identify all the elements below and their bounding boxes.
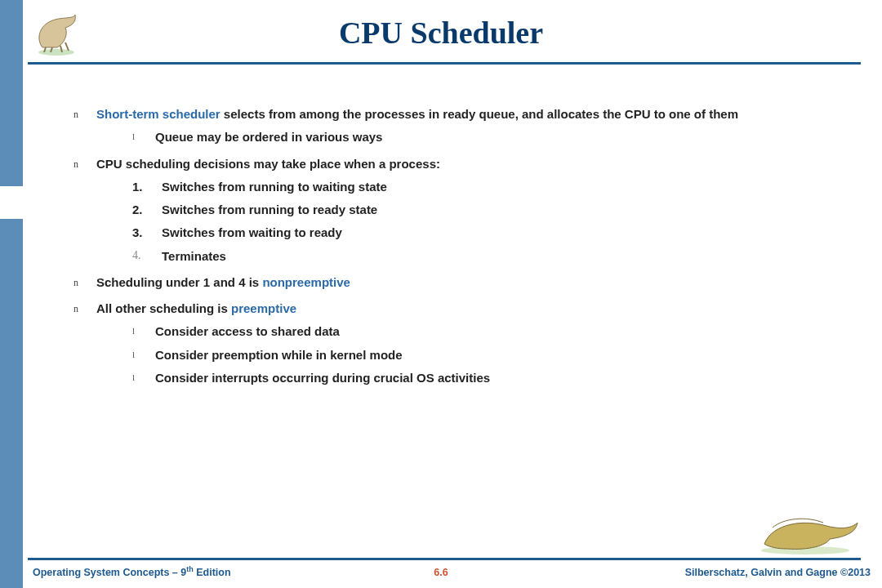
bullet-n-icon: n xyxy=(74,158,78,171)
bullet-text-rest: selects from among the processes in read… xyxy=(220,107,738,121)
bullet-l-icon: l xyxy=(132,325,135,337)
numbered-item: 2. Switches from running to ready state xyxy=(132,202,858,218)
sub-bullet-text: Consider interrupts occurring during cru… xyxy=(155,371,490,385)
numbered-text: Terminates xyxy=(162,249,226,263)
bullet-item: n All other scheduling is preemptive l C… xyxy=(74,301,858,386)
left-accent-bar xyxy=(0,0,23,588)
sub-bullet-item: l Consider interrupts occurring during c… xyxy=(132,370,858,386)
numbered-item: 1. Switches from running to waiting stat… xyxy=(132,179,858,195)
bullet-l-icon: l xyxy=(132,131,135,143)
keyword-nonpreemptive: nonpreemptive xyxy=(262,275,350,289)
bullet-n-icon: n xyxy=(74,276,78,289)
numbered-item: 3. Switches from waiting to ready xyxy=(132,225,858,241)
bullet-item: n Short-term scheduler selects from amon… xyxy=(74,106,858,146)
content-area: n Short-term scheduler selects from amon… xyxy=(74,106,858,396)
sub-bullet-text: Consider preemption while in kernel mode xyxy=(155,348,403,362)
bullet-text: Scheduling under 1 and 4 is nonpreemptiv… xyxy=(96,275,350,289)
bullet-l-icon: l xyxy=(132,349,135,361)
sub-bullet-item: l Consider access to shared data xyxy=(132,323,858,340)
bullet-text: CPU scheduling decisions may take place … xyxy=(96,157,440,171)
numbered-item: 4. Terminates xyxy=(132,248,858,265)
list-number: 4. xyxy=(132,248,141,264)
bullet-text: All other scheduling is preemptive xyxy=(96,301,296,315)
list-number: 3. xyxy=(132,225,143,241)
footer-right: Silberschatz, Galvin and Gagne ©2013 xyxy=(685,567,871,578)
sub-bullet-text: Consider access to shared data xyxy=(155,324,340,338)
bullet-n-icon: n xyxy=(74,108,78,121)
sub-bullet-item: l Queue may be ordered in various ways xyxy=(132,129,858,145)
bullet-n-icon: n xyxy=(74,302,78,315)
bullet-item: n Scheduling under 1 and 4 is nonpreempt… xyxy=(74,274,858,291)
slide: CPU Scheduler n Short-term scheduler sel… xyxy=(0,0,882,588)
bullet-text-pre: All other scheduling is xyxy=(96,301,231,315)
bullet-l-icon: l xyxy=(132,372,135,384)
keyword-short-term: Short-term scheduler xyxy=(96,107,220,121)
bullet-text-pre: Scheduling under 1 and 4 is xyxy=(96,275,262,289)
bullet-item: n CPU scheduling decisions may take plac… xyxy=(74,156,858,265)
left-accent-gap xyxy=(0,186,23,219)
slide-title: CPU Scheduler xyxy=(0,15,882,51)
numbered-text: Switches from running to waiting state xyxy=(162,180,387,194)
sub-bullet-item: l Consider preemption while in kernel mo… xyxy=(132,347,858,363)
title-underline xyxy=(28,62,861,65)
bullet-text: Short-term scheduler selects from among … xyxy=(96,107,738,121)
footer-rule xyxy=(28,558,861,560)
list-number: 2. xyxy=(132,202,143,218)
keyword-preemptive: preemptive xyxy=(231,301,296,315)
numbered-text: Switches from running to ready state xyxy=(162,203,377,216)
list-number: 1. xyxy=(132,179,143,195)
sub-bullet-text: Queue may be ordered in various ways xyxy=(155,130,382,144)
dinosaur-logo-bottom xyxy=(748,511,862,555)
numbered-text: Switches from waiting to ready xyxy=(162,225,342,239)
